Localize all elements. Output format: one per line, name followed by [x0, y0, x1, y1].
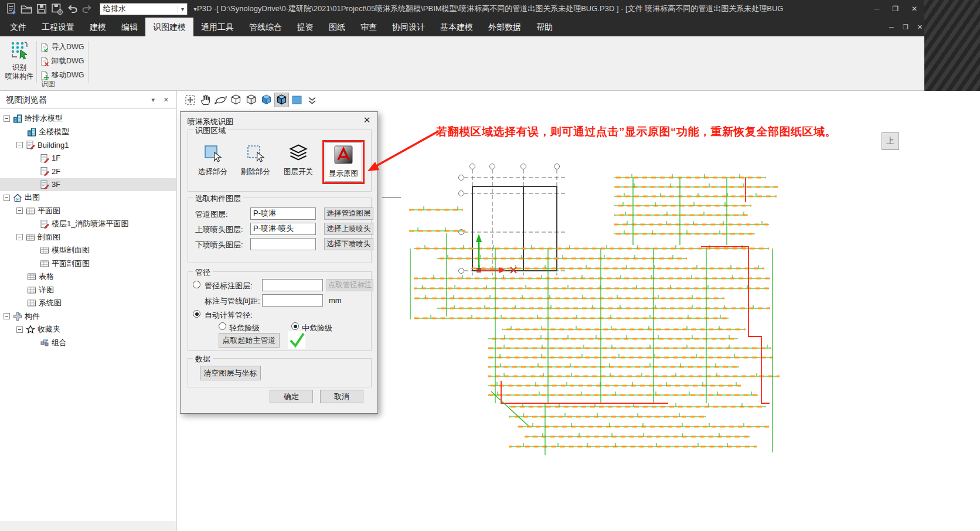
expander-icon[interactable]: [4, 313, 10, 319]
doc-close-button[interactable]: ✕: [917, 23, 923, 31]
tree-item[interactable]: Building1: [0, 138, 176, 152]
select-down-head-button[interactable]: 选择下喷喷头: [324, 238, 373, 250]
menu-item-3[interactable]: 编辑: [114, 18, 145, 36]
dialog-close-icon[interactable]: ✕: [362, 115, 372, 125]
menu-item-7[interactable]: 提资: [290, 18, 321, 36]
expander-icon[interactable]: [4, 115, 10, 122]
ok-button[interactable]: 确定: [270, 390, 313, 403]
clear-layers-button[interactable]: 清空图层与坐标: [200, 366, 261, 380]
shaded-cube-icon[interactable]: [259, 93, 274, 107]
pick-start-pipe-button[interactable]: 点取起始主管道: [219, 333, 280, 348]
pipe-layer-input[interactable]: P-喷淋: [250, 207, 316, 220]
menu-item-13[interactable]: 帮助: [529, 18, 560, 36]
save-icon[interactable]: [35, 2, 48, 15]
viewcube-top-button[interactable]: 上: [882, 132, 899, 150]
orbit-icon[interactable]: [213, 93, 228, 107]
show-original-button[interactable]: 显示原图: [325, 142, 362, 182]
tree-item[interactable]: 3F: [0, 178, 176, 192]
down-head-layer-input[interactable]: [250, 238, 316, 250]
tree-item-label: 平面图: [38, 206, 60, 216]
expander-icon[interactable]: [16, 207, 23, 214]
open-icon[interactable]: [20, 2, 33, 15]
tree-item[interactable]: 全楼模型: [0, 125, 176, 139]
annotation-layer-input[interactable]: [262, 279, 323, 291]
tree-item[interactable]: 收藏夹: [0, 323, 176, 336]
table-icon: [27, 272, 36, 281]
tree-item[interactable]: 平面剖面图: [0, 257, 176, 271]
tree-item[interactable]: 构件: [0, 310, 176, 324]
quick-access-toolbar: 给排水 ▾ ▾: [0, 2, 199, 15]
annotation-layer-radio[interactable]: [193, 281, 200, 288]
auto-diameter-radio[interactable]: [193, 310, 200, 318]
shaded-edges-cube-icon[interactable]: [274, 93, 289, 107]
expander-icon[interactable]: [4, 195, 10, 201]
hidden-line-cube-icon[interactable]: [244, 93, 258, 107]
tree-item[interactable]: 模型剖面图: [0, 244, 176, 257]
redo-icon[interactable]: [81, 2, 94, 15]
tree-item[interactable]: 系统图: [0, 297, 176, 310]
tree-item[interactable]: 详图: [0, 284, 176, 297]
mid-hazard-radio[interactable]: [291, 322, 299, 330]
tree-item[interactable]: 2F: [0, 165, 176, 178]
annotation-text: 若翻模区域选择有误，则可通过点击”显示原图“功能，重新恢复全部图纸区域。: [436, 124, 836, 139]
tree-item[interactable]: 1F: [0, 152, 176, 165]
new-file-icon[interactable]: [5, 2, 18, 15]
save-as-icon[interactable]: [50, 2, 63, 15]
cancel-button[interactable]: 取消: [320, 390, 363, 403]
view-tree: 给排水模型全楼模型Building11F2F3F出图平面图楼层1_消防喷淋平面图…: [0, 112, 176, 349]
import-dwg-button[interactable]: 导入DWG: [40, 40, 84, 54]
remove-part-button[interactable]: 剔除部分: [237, 143, 274, 177]
spacing-input[interactable]: [262, 294, 323, 307]
expander-icon[interactable]: [16, 234, 23, 240]
tree-item[interactable]: 平面图: [0, 205, 176, 218]
menu-item-2[interactable]: 建模: [82, 18, 114, 36]
panel-pin-icon[interactable]: ▾: [151, 96, 155, 104]
menu-item-11[interactable]: 基本建模: [433, 18, 481, 36]
up-head-layer-input[interactable]: P-喷淋-喷头: [250, 223, 316, 235]
doc-restore-button[interactable]: ❐: [903, 23, 908, 31]
menu-item-0[interactable]: 文件: [2, 18, 34, 36]
menu-item-4[interactable]: 识图建模: [145, 18, 193, 36]
select-part-button[interactable]: 选择部分: [194, 143, 232, 177]
pan-icon[interactable]: [198, 93, 213, 107]
minimize-button[interactable]: ─: [874, 5, 880, 13]
expand-chevron-icon[interactable]: [305, 93, 319, 107]
menu-item-12[interactable]: 外部数据: [481, 18, 529, 36]
tree-item[interactable]: 楼层1_消防喷淋平面图: [0, 217, 176, 231]
light-hazard-radio[interactable]: [219, 322, 226, 330]
tree-item[interactable]: 给排水模型: [0, 112, 176, 125]
expander-icon[interactable]: [16, 142, 23, 148]
menu-item-10[interactable]: 协同设计: [384, 18, 433, 36]
unit-label: mm: [329, 296, 342, 305]
tree-item[interactable]: 出图: [0, 191, 176, 205]
menu-item-1[interactable]: 工程设置: [34, 18, 82, 36]
region-group: 识图区域 选择部分 剔除部分 图层开关 显示原图: [188, 130, 372, 192]
maximize-button[interactable]: ❐: [892, 5, 899, 13]
tree-item[interactable]: 剖面图: [0, 231, 176, 244]
wireframe-cube-icon[interactable]: [229, 93, 243, 107]
menu-item-9[interactable]: 审查: [353, 18, 384, 36]
menu-item-6[interactable]: 管线综合: [241, 18, 290, 36]
panel-title: 视图浏览器: [6, 95, 47, 105]
menu-item-8[interactable]: 图纸: [321, 18, 353, 36]
discipline-select-value: 给排水: [100, 4, 178, 14]
discipline-select[interactable]: 给排水 ▾: [100, 3, 188, 15]
expander-icon[interactable]: [16, 326, 23, 333]
zoom-extents-icon[interactable]: [183, 93, 198, 107]
close-button[interactable]: ✕: [911, 5, 917, 13]
doc-minimize-button[interactable]: ─: [889, 23, 894, 30]
table-icon: [26, 233, 35, 242]
select-pipe-layer-button[interactable]: 选择管道图层: [324, 207, 373, 220]
tree-item[interactable]: 组合: [0, 336, 176, 350]
import-dwg-label: 导入DWG: [52, 42, 84, 52]
flat-shade-icon[interactable]: [290, 93, 304, 107]
tree-item-label: 楼层1_消防喷淋平面图: [52, 219, 128, 229]
unload-dwg-button[interactable]: 卸载DWG: [40, 55, 84, 68]
panel-close-icon[interactable]: ✕: [164, 96, 169, 104]
select-up-head-button[interactable]: 选择上喷喷头: [324, 223, 373, 235]
menu-item-5[interactable]: 通用工具: [193, 18, 241, 36]
layer-switch-button[interactable]: 图层开关: [280, 143, 317, 177]
undo-icon[interactable]: [66, 2, 79, 15]
tree-item[interactable]: 表格: [0, 270, 176, 284]
region-group-label: 识图区域: [193, 125, 228, 136]
